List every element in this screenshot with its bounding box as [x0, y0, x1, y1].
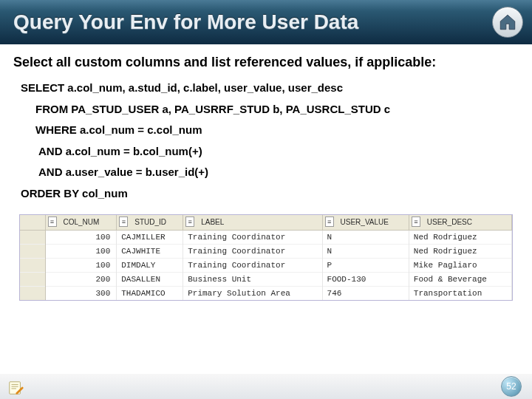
column-menu-icon[interactable]: ≡ [412, 216, 420, 227]
row-selector[interactable] [20, 230, 45, 244]
cell-col-num: 100 [45, 258, 117, 272]
sql-select: SELECT a.col_num, a.stud_id, c.label, us… [13, 78, 519, 99]
column-menu-icon[interactable]: ≡ [185, 216, 194, 227]
sql-and1: AND a.col_num = b.col_num(+) [13, 141, 519, 163]
cell-user-desc: Ned Rodriguez [409, 230, 511, 244]
page-number-badge: 52 [501, 376, 522, 397]
cell-user-value: FOOD-130 [322, 272, 409, 286]
footer-bar: 52 [0, 374, 532, 399]
row-selector-header[interactable] [20, 215, 45, 230]
cell-label: Training Coordinator [183, 258, 322, 272]
cell-stud-id: DASALLEN [117, 272, 183, 286]
cell-label: Primary Solution Area [183, 286, 322, 300]
column-menu-icon[interactable]: ≡ [119, 216, 128, 227]
home-icon [498, 13, 517, 32]
results-grid: ≡COL_NUM ≡STUD_ID ≡LABEL ≡USER_VALUE ≡US… [19, 214, 513, 301]
sql-from: FROM PA_STUD_USER a, PA_USRRF_STUD b, PA… [13, 99, 519, 120]
cell-col-num: 300 [45, 286, 117, 300]
column-menu-icon[interactable]: ≡ [325, 216, 334, 227]
col-header-label[interactable]: ≡LABEL [183, 215, 322, 230]
table-header-row: ≡COL_NUM ≡STUD_ID ≡LABEL ≡USER_VALUE ≡US… [20, 215, 512, 230]
sql-where: WHERE a.col_num = c.col_num [13, 120, 519, 141]
title-bar: Query Your Env for More User Data [0, 0, 532, 44]
cell-user-value: N [322, 244, 409, 258]
row-selector[interactable] [20, 272, 45, 286]
page-title: Query Your Env for More User Data [13, 10, 358, 34]
cell-user-value: N [322, 230, 409, 244]
cell-user-desc: Ned Rodriguez [409, 244, 511, 258]
cell-stud-id: DIMDALY [117, 258, 183, 272]
cell-user-value: P [322, 258, 409, 272]
col-header-user-value[interactable]: ≡USER_VALUE [322, 215, 409, 230]
intro-text: Select all custom columns and list refer… [13, 55, 519, 70]
col-header-stud-id[interactable]: ≡STUD_ID [117, 215, 183, 230]
table-row[interactable]: 100 DIMDALY Training Coordinator P Mike … [20, 258, 512, 272]
row-selector[interactable] [20, 244, 45, 258]
table-row[interactable]: 300 THADAMICO Primary Solution Area 746 … [20, 286, 512, 300]
cell-user-desc: Transportation [409, 286, 511, 300]
column-menu-icon[interactable]: ≡ [48, 216, 57, 227]
cell-label: Training Coordinator [183, 244, 322, 258]
cell-stud-id: CAJMILLER [117, 230, 183, 244]
notes-icon[interactable] [7, 380, 24, 396]
sql-and2: AND a.user_value = b.user_id(+) [13, 162, 519, 183]
slide-content: Select all custom columns and list refer… [0, 44, 532, 301]
sql-order: ORDER BY col_num [13, 183, 519, 205]
cell-col-num: 100 [45, 244, 117, 258]
cell-col-num: 100 [45, 230, 117, 244]
cell-user-desc: Mike Pagliaro [409, 258, 511, 272]
table-row[interactable]: 200 DASALLEN Business Unit FOOD-130 Food… [20, 272, 512, 286]
row-selector[interactable] [20, 258, 45, 272]
sql-block: SELECT a.col_num, a.stud_id, c.label, us… [13, 78, 519, 204]
cell-user-desc: Food & Beverage [409, 272, 511, 286]
col-header-col-num[interactable]: ≡COL_NUM [45, 215, 117, 230]
table-row[interactable]: 100 CAJMILLER Training Coordinator N Ned… [20, 230, 512, 244]
cell-stud-id: THADAMICO [117, 286, 183, 300]
cell-label: Business Unit [183, 272, 322, 286]
cell-col-num: 200 [45, 272, 117, 286]
cell-label: Training Coordinator [183, 230, 322, 244]
home-button[interactable] [492, 7, 523, 38]
cell-stud-id: CAJWHITE [117, 244, 183, 258]
cell-user-value: 746 [322, 286, 409, 300]
col-header-user-desc[interactable]: ≡USER_DESC [409, 215, 511, 230]
row-selector[interactable] [20, 286, 45, 300]
table-row[interactable]: 100 CAJWHITE Training Coordinator N Ned … [20, 244, 512, 258]
